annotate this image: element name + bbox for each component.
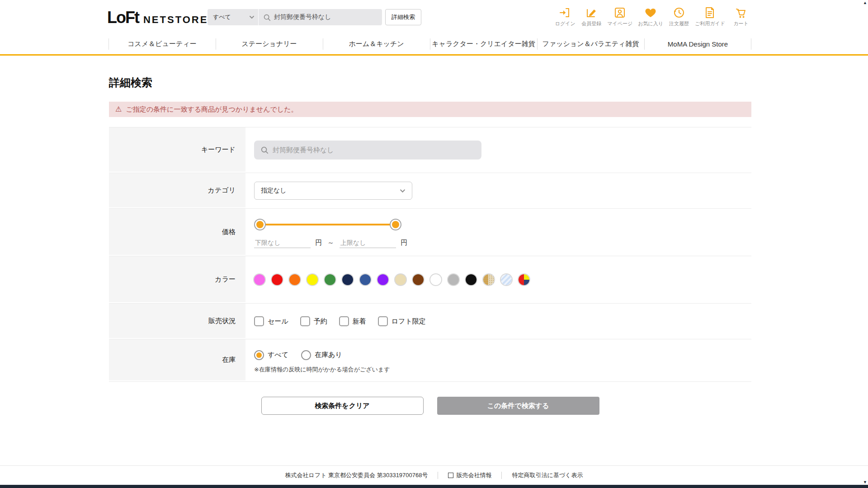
keyword-input[interactable] [273,146,462,154]
color-swatch-white[interactable] [430,274,441,285]
color-swatch-beige[interactable] [395,274,406,285]
form-row-category: カテゴリ 指定なし [109,173,751,209]
radio-item-in-stock[interactable]: 在庫あり [301,350,342,360]
checkbox-item-loft-exclusive[interactable]: ロフト限定 [378,316,426,326]
search-with-conditions-button[interactable]: この条件で検索する [437,397,599,415]
slider-handle-max[interactable] [392,221,399,228]
checkbox-new[interactable] [339,316,349,326]
main-content: 詳細検索 ⚠ ご指定の条件に一致する商品が見つかりませんでした。 キーワード カ… [109,75,751,415]
footer-link-label: 販売会社情報 [456,471,491,479]
color-swatch-gold[interactable] [483,274,494,285]
color-swatch-purple[interactable] [377,274,388,285]
chevron-down-icon [249,14,255,20]
nav-item-fashion-variety[interactable]: ファッション＆バラエティ雑貨 [537,34,644,54]
price-min-input[interactable] [254,238,311,248]
radio-label: 在庫あり [315,351,342,359]
stock-note: ※在庫情報の反映に時間がかかる場合がございます [254,366,390,374]
quick-link-favorites[interactable]: お気に入り [638,6,663,27]
advanced-search-button[interactable]: 詳細検索 [385,9,421,25]
quick-link-register[interactable]: 会員登録 [581,6,602,27]
checkbox-sale[interactable] [254,316,264,326]
nav-item-moma-design-store[interactable]: MoMA Design Store [644,34,751,54]
search-category-select[interactable]: すべて [208,9,258,25]
clear-conditions-button[interactable]: 検索条件をクリア [261,397,424,415]
color-swatch-pink[interactable] [254,274,265,285]
checkbox-label: ロフト限定 [392,317,426,326]
brand-logo[interactable]: LoFt NETSTORE [107,8,208,27]
page: LoFt NETSTORE すべて 詳細検索 ログイン 会員登録 [0,0,868,488]
quick-link-mypage[interactable]: マイページ [607,6,632,27]
color-swatch-green[interactable] [325,274,335,285]
color-swatches [254,274,529,285]
quick-link-label: 会員登録 [581,20,601,27]
nav-item-stationery[interactable]: ステーショナリー [216,34,323,54]
radio-all[interactable] [254,350,264,360]
search-category-value: すべて [213,13,231,21]
nav-item-character-creator[interactable]: キャラクター・クリエイター雑貨 [430,34,537,54]
price-unit-max: 円 [401,239,407,247]
quick-link-cart[interactable]: カート [731,6,751,27]
keyword-label: キーワード [109,127,245,173]
status-label: 販売状況 [109,304,245,339]
color-swatch-brown[interactable] [413,274,424,285]
warning-icon: ⚠ [115,106,122,113]
page-title: 詳細検索 [109,75,751,90]
color-swatch-gray[interactable] [448,274,459,285]
footer-link-seller-info[interactable]: 販売会社情報 [448,471,491,479]
stock-label: 在庫 [109,339,245,381]
guide-document-icon [703,6,716,19]
search-icon [263,14,271,21]
price-max-input[interactable] [340,238,396,248]
quick-link-guide[interactable]: ご利用ガイド [695,6,725,27]
price-unit-min: 円 [315,239,322,247]
scrollbar-down-arrow[interactable]: ▼ [863,480,867,484]
color-swatch-multi[interactable] [519,274,529,285]
checkbox-item-sale[interactable]: セール [254,316,288,326]
footer-divider [501,472,502,479]
checkbox-item-new[interactable]: 新着 [339,316,366,326]
bottom-bar [0,485,868,488]
nav-item-home-kitchen[interactable]: ホーム＆キッチン [323,34,430,54]
mypage-icon [613,6,626,19]
footer-divider [438,472,438,479]
quick-link-label: ご利用ガイド [695,20,725,27]
form-row-status: 販売状況 セール 予約 新着 [109,304,751,339]
logo-netstore-text: NETSTORE [143,14,208,26]
footer-company-text: 株式会社ロフト 東京都公安委員会 第303319700768号 [285,471,428,479]
quick-link-order-history[interactable]: 注文履歴 [669,6,689,27]
checkbox-reservation[interactable] [300,316,310,326]
main-nav: コスメ＆ビューティー ステーショナリー ホーム＆キッチン キャラクター・クリエイ… [0,34,868,56]
quick-link-label: 注文履歴 [669,20,689,27]
checkbox-label: 新着 [353,317,366,326]
color-swatch-black[interactable] [466,274,476,285]
footer-link-commercial-law[interactable]: 特定商取引法に基づく表示 [512,471,583,479]
slider-handle-min[interactable] [256,221,264,228]
color-swatch-navy[interactable] [342,274,353,285]
form-row-price: 価格 円 ～ 円 [109,209,751,256]
history-clock-icon [673,6,685,19]
search-icon [260,146,269,154]
checkbox-loft-exclusive[interactable] [378,316,388,326]
form-row-stock: 在庫 すべて 在庫あり ※在庫情 [109,339,751,382]
nav-item-cosme-beauty[interactable]: コスメ＆ビューティー [108,34,216,54]
header-search-bar: すべて [208,9,382,25]
color-swatch-blue[interactable] [360,274,371,285]
register-icon [585,6,598,19]
header-search-input[interactable] [274,14,373,21]
color-swatch-clear[interactable] [501,274,512,285]
color-swatch-yellow[interactable] [307,274,318,285]
login-icon [559,6,571,19]
quick-link-login[interactable]: ログイン [555,6,576,27]
category-value: 指定なし [261,187,287,195]
radio-in-stock[interactable] [301,350,311,360]
color-swatch-orange[interactable] [289,274,300,285]
site-footer: 株式会社ロフト 東京都公安委員会 第303319700768号 販売会社情報 特… [0,465,868,485]
logo-loft-text: LoFt [107,8,139,27]
scrollbar-up-arrow[interactable]: ▲ [863,0,867,5]
color-swatch-red[interactable] [272,274,283,285]
scrollbar[interactable]: ▲ ▼ [862,0,868,485]
category-select[interactable]: 指定なし [254,182,412,200]
radio-item-all[interactable]: すべて [254,350,288,360]
checkbox-item-reservation[interactable]: 予約 [300,316,327,326]
footer-link-label: 特定商取引法に基づく表示 [512,471,583,479]
